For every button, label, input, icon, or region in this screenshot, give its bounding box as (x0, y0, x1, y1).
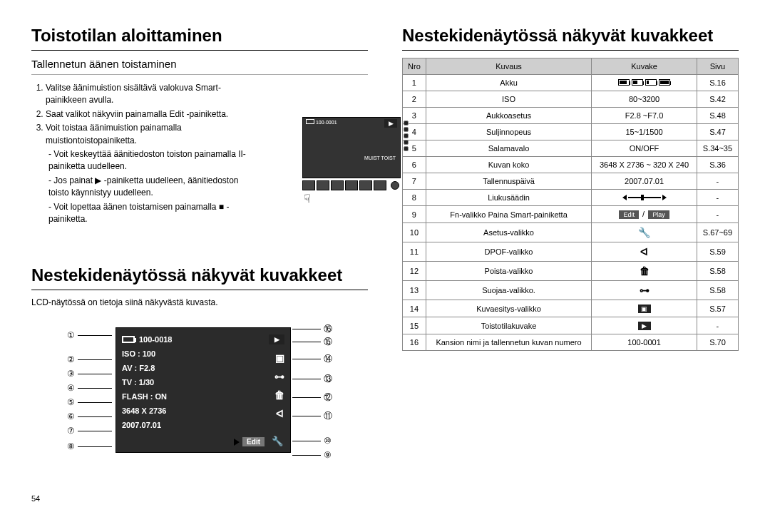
table-row: 6Kuvan koko3648 X 2736 ~ 320 X 240S.36 (403, 157, 739, 173)
lcd-description: LCD-näytössä on tietoja siinä näkyvästä … (31, 297, 368, 307)
dpof-icon: ᐊ (274, 408, 284, 421)
callout-3: ③ (67, 369, 75, 379)
right-column: Nestekidenäytössä näkyvät kuvakkeet Nro … (402, 26, 739, 523)
table-row: 1AkkuS.16 (403, 75, 739, 91)
cell-no: 10 (403, 223, 426, 242)
cell-icon: ᐊ (592, 242, 697, 262)
cell-page: S.42 (697, 91, 738, 108)
cell-no: 11 (403, 242, 426, 262)
cell-page: S.70 (697, 334, 738, 351)
cell-page: - (697, 206, 738, 223)
play-icon: ▶ (384, 119, 397, 128)
callout-13: ⑬ (324, 373, 332, 385)
callout-5: ⑤ (67, 397, 75, 407)
steps-list: Valitse äänimuistion sisältävä valokuva … (31, 82, 260, 225)
play-mode-icon: ▶ (269, 334, 284, 344)
callout-14: ⑭ (324, 353, 332, 365)
cell-desc: Liukusäädin (426, 190, 591, 206)
th-icon: Kuvake (592, 58, 697, 75)
cell-desc: ISO (426, 91, 591, 108)
trash-icon: 🗑 (274, 389, 284, 402)
cell-icon: 🗑 (592, 262, 697, 281)
step-3: Voit toistaa äänimuistion painamalla mui… (46, 122, 260, 147)
callout-7: ⑦ (67, 426, 75, 436)
cell-icon: ▣ (592, 300, 697, 317)
heading-playback: Toistotilan aloittaminen (31, 26, 368, 46)
cell-desc: Akku (426, 75, 591, 91)
table-row: 11DPOF-valikkoᐊS.59 (403, 242, 739, 262)
cell-icon: 🔧 (592, 223, 697, 242)
cell-desc: Aukkoasetus (426, 108, 591, 124)
step-2: Saat valikot näkyviin painamalla Edit -p… (46, 108, 260, 121)
memo-folder: 100-0001 (316, 120, 337, 125)
th-page: Sivu (697, 58, 738, 75)
th-desc: Kuvaus (426, 58, 591, 75)
table-row: 16Kansion nimi ja tallennetun kuvan nume… (403, 334, 739, 351)
left-column: Toistotilan aloittaminen Tallennetun ään… (31, 26, 368, 523)
cell-desc: Salamavalo (426, 140, 591, 157)
cell-desc: Fn-valikko Paina Smart-painiketta (426, 206, 591, 223)
cell-desc: Suljinnopeus (426, 124, 591, 140)
cell-no: 16 (403, 334, 426, 351)
table-row: 15Toistotilakuvake▶- (403, 317, 739, 334)
cell-desc: Kuvan koko (426, 157, 591, 173)
cell-no: 13 (403, 281, 426, 300)
table-row: 4Suljinnopeus15~1/1500S.47 (403, 124, 739, 140)
page-number: 54 (31, 494, 368, 503)
cell-no: 14 (403, 300, 426, 317)
cell-icon: 2007.07.01 (592, 173, 697, 190)
callout-11: ⑪ (324, 410, 332, 422)
cell-icon: Edit / Play (592, 206, 697, 223)
icon-table: Nro Kuvaus Kuvake Sivu 1AkkuS.162ISO80~3… (402, 58, 739, 351)
callout-8: ⑧ (67, 441, 75, 451)
edit-button[interactable]: Edit (242, 437, 265, 446)
table-row: 2ISO80~3200S.42 (403, 91, 739, 108)
cell-page: S.58 (697, 281, 738, 300)
memo-label: MUIST TOIST (364, 155, 396, 160)
cell-desc: Poista-valikko (426, 262, 591, 281)
hand-icon: ☟ (304, 192, 409, 205)
cell-icon: ⊶ (592, 281, 697, 300)
cell-no: 2 (403, 91, 426, 108)
heading-icon-table: Nestekidenäytössä näkyvät kuvakkeet (402, 26, 739, 46)
callout-9: ⑨ (324, 450, 332, 460)
lcd-av: AV : F2.8 (122, 361, 284, 375)
table-row: 14Kuvaesitys-valikko▣S.57 (403, 300, 739, 317)
lcd-iso: ISO : 100 (122, 347, 284, 361)
cell-desc: Kansion nimi ja tallennetun kuvan numero (426, 334, 591, 351)
table-row: 3AukkoasetusF2.8 ~F7.0S.48 (403, 108, 739, 124)
cell-page: S.59 (697, 242, 738, 262)
cell-no: 9 (403, 206, 426, 223)
step-1: Valitse äänimuistion sisältävä valokuva … (46, 82, 260, 107)
heading-lcd-icons: Nestekidenäytössä näkyvät kuvakkeet (31, 265, 368, 285)
note-stop: Voit lopettaa äänen toistamisen painamal… (48, 201, 260, 226)
lock-icon: ⊶ (274, 371, 284, 384)
lcd-diagram: 100-0018 ▶ ISO : 100 AV : F2.8 TV : 1/30… (67, 320, 366, 477)
cell-desc: DPOF-valikko (426, 242, 591, 262)
cell-desc: Kuvaesitys-valikko (426, 300, 591, 317)
cell-icon: 15~1/1500 (592, 124, 697, 140)
cell-no: 1 (403, 75, 426, 91)
slideshow-icon: ▣ (274, 352, 284, 365)
note-resume: Jos painat ▶ -painiketta uudelleen, ääni… (48, 175, 260, 200)
cell-icon: ON/OFF (592, 140, 697, 157)
play-circle-icon (391, 181, 399, 190)
lcd-size: 3648 X 2736 (122, 404, 284, 418)
table-row: 8Liukusäädin- (403, 190, 739, 206)
th-no: Nro (403, 58, 426, 75)
table-row: 5SalamavaloON/OFFS.34~35 (403, 140, 739, 157)
cell-desc: Asetus-valikko (426, 223, 591, 242)
lcd-date: 2007.07.01 (122, 418, 284, 432)
edit-arrow-icon (234, 439, 240, 446)
cell-desc: Toistotilakuvake (426, 317, 591, 334)
cell-page: S.16 (697, 75, 738, 91)
callout-4: ④ (67, 383, 75, 393)
note-pause: Voit keskeyttää äänitiedoston toiston pa… (48, 148, 260, 173)
table-row: 9Fn-valikko Paina Smart-painikettaEdit /… (403, 206, 739, 223)
cell-icon: ▶ (592, 317, 697, 334)
cell-page: S.47 (697, 124, 738, 140)
battery-icon (122, 336, 135, 343)
lcd-flash: FLASH : ON (122, 389, 284, 404)
table-row: 12Poista-valikko🗑S.58 (403, 262, 739, 281)
callout-6: ⑥ (67, 411, 75, 421)
